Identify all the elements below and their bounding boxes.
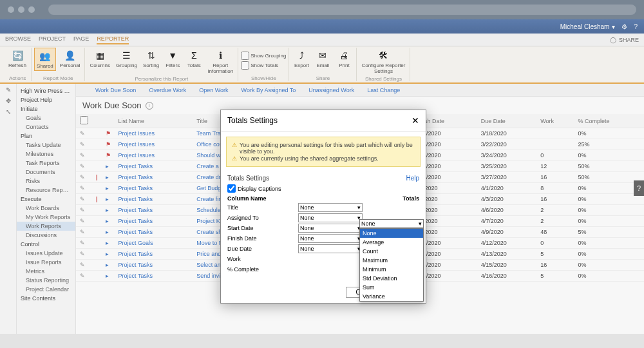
print-button[interactable]: 🖨Print (334, 48, 354, 70)
edit-icon[interactable]: ✎ (80, 229, 85, 235)
edit-icon[interactable]: ✎ (80, 174, 85, 180)
sidebar-item[interactable]: Plan (17, 131, 75, 140)
view-tab[interactable]: Unassigned Work (308, 87, 354, 93)
show-grouping-check[interactable]: Show Grouping (241, 52, 286, 60)
edit-icon[interactable]: ✎ (80, 240, 85, 246)
edit-icon[interactable]: ✎ (80, 130, 85, 137)
display-captions-check[interactable]: Display Captions (227, 184, 419, 193)
columns-button[interactable]: ▦Columns (88, 48, 112, 70)
sidebar-item[interactable]: Initiate (17, 104, 75, 113)
share-link[interactable]: ◯ SHARE (610, 37, 639, 43)
totals-button[interactable]: ΣTotals (184, 48, 204, 70)
sidebar-item[interactable]: Control (17, 240, 75, 249)
sidebar-item[interactable]: Goals (17, 113, 75, 122)
list-link[interactable]: Project Tasks (115, 205, 193, 216)
list-link[interactable]: Project Tasks (115, 194, 193, 205)
shared-mode-button[interactable]: 👥Shared (34, 48, 56, 71)
sidebar-item[interactable]: Project Calendar (17, 285, 75, 294)
personal-mode-button[interactable]: 👤Personal (58, 48, 82, 70)
list-link[interactable]: Project Tasks (115, 172, 193, 183)
filters-button[interactable]: ▼Filters (163, 48, 182, 70)
list-link[interactable]: Project Tasks (115, 216, 193, 227)
tab-browse[interactable]: BROWSE (5, 35, 31, 44)
grouping-button[interactable]: ☰Grouping (114, 48, 139, 70)
help-link[interactable]: Help (406, 175, 419, 182)
close-icon[interactable]: ✕ (412, 115, 419, 126)
edit-icon[interactable]: ✎ (80, 207, 85, 213)
list-link[interactable]: Project Tasks (115, 183, 193, 194)
help-icon[interactable]: ? (634, 23, 638, 30)
dropdown-option[interactable]: Sum (360, 283, 423, 292)
report-info-button[interactable]: ℹReport Information (205, 48, 235, 75)
edit-icon[interactable]: ✎ (80, 185, 85, 191)
edit-icon[interactable]: ✎ (80, 163, 85, 169)
edit-icon[interactable]: ✎ (6, 86, 11, 93)
select-all-check[interactable] (80, 116, 88, 124)
dropdown-option[interactable]: Minimum (360, 265, 423, 274)
edit-icon[interactable]: ✎ (80, 196, 85, 202)
view-tab[interactable]: Work Due Soon (95, 87, 136, 93)
dropdown-option[interactable]: Maximum (360, 256, 423, 265)
edit-icon[interactable]: ✎ (80, 251, 85, 257)
view-tab[interactable]: Open Work (199, 87, 228, 93)
totals-select[interactable]: None▾ (298, 224, 363, 233)
list-link[interactable]: Project Tasks (115, 271, 193, 282)
sidebar-item[interactable]: Project Help (17, 95, 75, 104)
show-totals-check[interactable]: Show Totals (241, 61, 286, 70)
help-tab[interactable]: ? (634, 180, 644, 196)
totals-select[interactable]: None▾ (298, 203, 363, 212)
edit-icon[interactable]: ✎ (80, 218, 85, 224)
export-button[interactable]: ⤴Export (292, 48, 311, 70)
sidebar-item[interactable]: Status Reporting (17, 276, 75, 285)
list-link[interactable]: Project Goals (115, 238, 193, 249)
totals-select[interactable]: None▾ (298, 234, 363, 243)
list-link[interactable]: Project Tasks (115, 161, 193, 172)
view-tab[interactable]: Last Change (367, 87, 400, 93)
sidebar-item[interactable]: Risks (17, 177, 75, 186)
sidebar-item[interactable]: Execute (17, 195, 75, 204)
sidebar-item[interactable]: Discussions (17, 231, 75, 240)
sorting-button[interactable]: ⇅Sorting (141, 48, 161, 70)
sidebar-item[interactable]: Metrics (17, 267, 75, 276)
edit-icon[interactable]: ✎ (80, 152, 85, 159)
tab-page[interactable]: PAGE (73, 35, 89, 44)
list-link[interactable]: Project Tasks (115, 260, 193, 271)
dropdown-option[interactable]: Average (360, 238, 423, 247)
email-button[interactable]: ✉Email (313, 48, 332, 70)
work-totals-select[interactable]: None▾ (359, 219, 424, 228)
list-link[interactable]: Project Tasks (115, 249, 193, 260)
dropdown-option[interactable]: None (360, 229, 423, 238)
sidebar-item[interactable]: Documents (17, 168, 75, 177)
dropdown-option[interactable]: Count (360, 247, 423, 256)
view-tab[interactable]: Overdue Work (149, 87, 186, 93)
collapse-icon[interactable]: ⤡ (6, 108, 11, 115)
tab-reporter[interactable]: REPORTER (97, 35, 129, 44)
list-link[interactable]: Project Issues (115, 150, 193, 161)
dropdown-option[interactable]: Variance (360, 292, 423, 301)
sidebar-item[interactable]: Work Boards (17, 204, 75, 213)
list-link[interactable]: Project Issues (115, 139, 193, 150)
sidebar-item[interactable]: Task Reports (17, 159, 75, 168)
url-bar[interactable] (48, 5, 636, 15)
totals-select[interactable]: None▾ (298, 213, 363, 222)
sidebar-item[interactable]: My Work Reports (17, 213, 75, 222)
sidebar-item[interactable]: Site Contents (17, 294, 75, 303)
list-link[interactable]: Project Issues (115, 128, 193, 139)
list-link[interactable]: Project Tasks (115, 227, 193, 238)
sidebar-item[interactable]: Resource Reports (17, 186, 75, 195)
work-totals-dropdown[interactable]: NoneAverageCountMaximumMinimumStd Deviat… (359, 228, 424, 302)
sidebar-item[interactable]: Milestones (17, 150, 75, 159)
gear-icon[interactable]: ⚙ (621, 23, 627, 30)
sidebar-item[interactable]: Work Reports (17, 222, 75, 231)
info-icon[interactable]: i (146, 102, 153, 110)
refresh-button[interactable]: 🔄Refresh (6, 48, 28, 70)
sidebar-item[interactable]: Contacts (17, 122, 75, 131)
move-icon[interactable]: ✥ (6, 97, 11, 104)
sidebar-item[interactable]: Issues Update (17, 249, 75, 258)
configure-button[interactable]: 🛠Configure Reporter Settings (359, 48, 407, 75)
sidebar-item[interactable]: High Wire Press Release (17, 86, 75, 95)
dropdown-option[interactable]: Std Deviation (360, 274, 423, 283)
totals-select[interactable]: None▾ (298, 244, 363, 253)
sidebar-item[interactable]: Tasks Update (17, 140, 75, 150)
user-menu[interactable]: Micheal Clesham ▾ (560, 23, 616, 30)
